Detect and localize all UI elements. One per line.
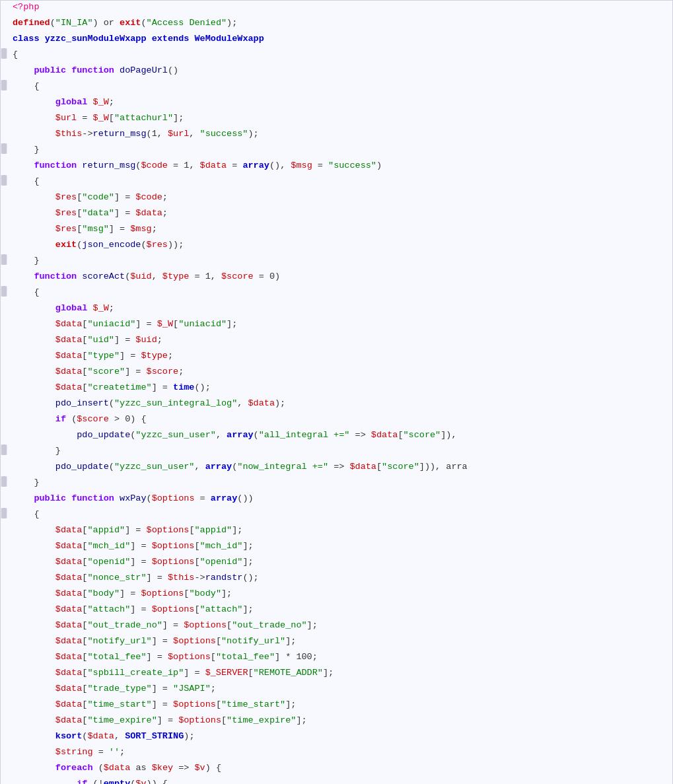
line-content: $url = $_W["attachurl"]; bbox=[7, 112, 672, 125]
code-line: exit(json_encode($res)); bbox=[1, 238, 672, 254]
line-content: pdo_update("yzzc_sun_user", array("all_i… bbox=[7, 429, 672, 443]
line-content: $res["data"] = $data; bbox=[7, 207, 672, 221]
code-line: } bbox=[1, 476, 672, 492]
line-content: $data["appid"] = $options["appid"]; bbox=[7, 524, 672, 538]
code-line: $data["attach"] = $options["attach"]; bbox=[1, 603, 672, 619]
code-line: $data["openid"] = $options["openid"]; bbox=[1, 555, 672, 571]
code-viewer: <?phpdefined("IN_IA") or exit("Access De… bbox=[0, 0, 673, 784]
line-content: $data["total_fee"] = $options["total_fee… bbox=[7, 651, 672, 664]
code-line: $string = ''; bbox=[1, 746, 672, 762]
code-line: global $_W; bbox=[1, 96, 672, 112]
line-content: { bbox=[7, 175, 672, 189]
code-line: pdo_update("yzzc_sun_user", array("now_i… bbox=[1, 460, 672, 476]
line-content: function scoreAct($uid, $type = 1, $scor… bbox=[7, 270, 672, 284]
code-line: public function wxPay($options = array()… bbox=[1, 492, 672, 508]
code-line: foreach ($data as $key => $v) { bbox=[1, 762, 672, 777]
code-line: function scoreAct($uid, $type = 1, $scor… bbox=[1, 270, 672, 286]
code-line: if ($score > 0) { bbox=[1, 413, 672, 429]
line-content: $data["nonce_str"] = $this->randstr(); bbox=[7, 571, 672, 585]
line-gutter bbox=[1, 175, 7, 186]
code-line: $data["score"] = $score; bbox=[1, 365, 672, 381]
line-content: function return_msg($code = 1, $data = a… bbox=[7, 159, 672, 173]
line-content: } bbox=[7, 445, 672, 458]
code-line: } bbox=[1, 254, 672, 270]
line-gutter bbox=[1, 508, 7, 518]
line-content: if ($score > 0) { bbox=[7, 413, 672, 427]
line-content: $data["score"] = $score; bbox=[7, 365, 672, 379]
code-line: $data["time_start"] = $options["time_sta… bbox=[1, 698, 672, 714]
line-content: $data["out_trade_no"] = $options["out_tr… bbox=[7, 619, 672, 633]
code-line: pdo_insert("yzzc_sun_integral_log", $dat… bbox=[1, 397, 672, 413]
line-content: if (!empty($v)) { bbox=[7, 777, 672, 784]
code-line: class yzzc_sunModuleWxapp extends WeModu… bbox=[1, 32, 672, 48]
line-content: $data["uid"] = $uid; bbox=[7, 334, 672, 347]
code-line: ksort($data, SORT_STRING); bbox=[1, 730, 672, 746]
code-line: $res["code"] = $code; bbox=[1, 191, 672, 207]
line-content: exit(json_encode($res)); bbox=[7, 238, 672, 252]
line-content: } bbox=[7, 143, 672, 157]
code-line: $data["time_expire"] = $options["time_ex… bbox=[1, 714, 672, 730]
line-content: class yzzc_sunModuleWxapp extends WeModu… bbox=[7, 32, 672, 46]
line-content: $data["body"] = $options["body"]; bbox=[7, 587, 672, 601]
line-content: $data["attach"] = $options["attach"]; bbox=[7, 603, 672, 617]
line-content: $string = ''; bbox=[7, 746, 672, 760]
code-line: $this->return_msg(1, $url, "success"); bbox=[1, 127, 672, 143]
code-line: { bbox=[1, 508, 672, 524]
line-content: { bbox=[7, 286, 672, 300]
code-line: $data["notify_url"] = $options["notify_u… bbox=[1, 635, 672, 651]
code-line: } bbox=[1, 445, 672, 460]
line-gutter bbox=[1, 286, 7, 297]
line-content: $data["trade_type"] = "JSAPI"; bbox=[7, 682, 672, 696]
code-line: { bbox=[1, 175, 672, 191]
line-content: defined("IN_IA") or exit("Access Denied"… bbox=[7, 17, 672, 30]
code-line: $data["appid"] = $options["appid"]; bbox=[1, 524, 672, 540]
line-gutter bbox=[1, 445, 7, 455]
line-content: public function doPageUrl() bbox=[7, 64, 672, 78]
line-content: $data["createtime"] = time(); bbox=[7, 381, 672, 395]
code-line: $data["uniacid"] = $_W["uniacid"]; bbox=[1, 318, 672, 334]
code-line: if (!empty($v)) { bbox=[1, 777, 672, 784]
code-line: <?php bbox=[1, 1, 672, 17]
code-line: $data["trade_type"] = "JSAPI"; bbox=[1, 682, 672, 698]
line-content: $data["openid"] = $options["openid"]; bbox=[7, 555, 672, 569]
code-line: $data["spbill_create_ip"] = $_SERVER["RE… bbox=[1, 666, 672, 682]
line-content: $this->return_msg(1, $url, "success"); bbox=[7, 127, 672, 141]
line-content: $data["uniacid"] = $_W["uniacid"]; bbox=[7, 318, 672, 332]
line-gutter bbox=[1, 143, 7, 154]
line-gutter bbox=[1, 48, 7, 59]
line-content: { bbox=[7, 48, 672, 62]
code-line: { bbox=[1, 286, 672, 302]
code-line: $data["out_trade_no"] = $options["out_tr… bbox=[1, 619, 672, 635]
line-gutter bbox=[1, 254, 7, 265]
line-content: <?php bbox=[7, 1, 672, 15]
code-line: $res["data"] = $data; bbox=[1, 207, 672, 223]
line-content: $data["spbill_create_ip"] = $_SERVER["RE… bbox=[7, 666, 672, 680]
code-line: pdo_update("yzzc_sun_user", array("all_i… bbox=[1, 429, 672, 445]
line-content: $data["type"] = $type; bbox=[7, 349, 672, 363]
line-content: pdo_update("yzzc_sun_user", array("now_i… bbox=[7, 460, 672, 474]
line-content: $data["notify_url"] = $options["notify_u… bbox=[7, 635, 672, 649]
line-content: public function wxPay($options = array()… bbox=[7, 492, 672, 506]
code-line: { bbox=[1, 48, 672, 64]
code-block: <?phpdefined("IN_IA") or exit("Access De… bbox=[1, 1, 672, 784]
code-line: $data["createtime"] = time(); bbox=[1, 381, 672, 397]
code-line: $url = $_W["attachurl"]; bbox=[1, 112, 672, 127]
line-content: global $_W; bbox=[7, 302, 672, 316]
line-content: ksort($data, SORT_STRING); bbox=[7, 730, 672, 744]
line-content: { bbox=[7, 80, 672, 94]
line-gutter bbox=[1, 80, 7, 90]
code-line: $data["body"] = $options["body"]; bbox=[1, 587, 672, 603]
line-gutter bbox=[1, 476, 7, 487]
code-line: $data["total_fee"] = $options["total_fee… bbox=[1, 651, 672, 666]
code-line: $data["uid"] = $uid; bbox=[1, 334, 672, 349]
line-content: } bbox=[7, 254, 672, 268]
line-content: { bbox=[7, 508, 672, 522]
line-content: $res["msg"] = $msg; bbox=[7, 223, 672, 236]
code-line: $data["mch_id"] = $options["mch_id"]; bbox=[1, 540, 672, 555]
line-content: $data["mch_id"] = $options["mch_id"]; bbox=[7, 540, 672, 553]
code-line: function return_msg($code = 1, $data = a… bbox=[1, 159, 672, 175]
code-line: defined("IN_IA") or exit("Access Denied"… bbox=[1, 17, 672, 32]
line-content: $res["code"] = $code; bbox=[7, 191, 672, 205]
line-content: pdo_insert("yzzc_sun_integral_log", $dat… bbox=[7, 397, 672, 411]
code-line: $res["msg"] = $msg; bbox=[1, 223, 672, 238]
